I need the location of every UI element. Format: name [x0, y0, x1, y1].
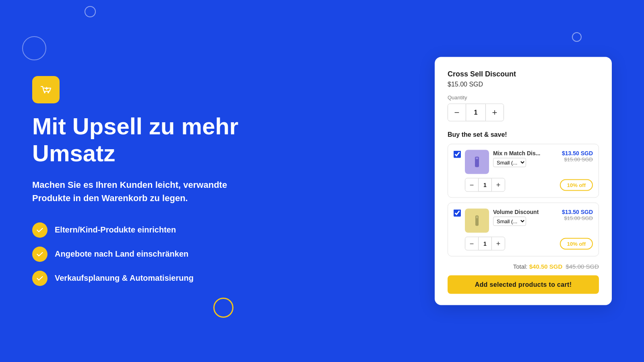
- item-2-discount-badge: 10% off: [560, 238, 593, 249]
- feature-text-2: Angebote nach Land einschränken: [55, 249, 188, 259]
- bundle-item-2: Volume Discount Small (... $13.50 SGD $1…: [448, 203, 599, 257]
- left-panel: Mit Upsell zu mehr Umsatz Machen Sie es …: [0, 0, 330, 362]
- item-2-qty-increase[interactable]: +: [492, 237, 505, 250]
- feature-item-3: Verkaufsplanung & Automatisierung: [32, 271, 298, 286]
- item-1-row2: − 1 + 10% off: [454, 178, 593, 192]
- item-1-price-old: $15.00 SGD: [564, 156, 593, 162]
- svg-rect-6: [476, 158, 478, 159]
- item-1-name: Mix n Match Dis...: [493, 150, 558, 156]
- item-1-qty-value: 1: [478, 179, 492, 191]
- sub-heading: Machen Sie es Ihren Kunden leicht, verwa…: [32, 178, 258, 205]
- item-1-qty-decrease[interactable]: −: [465, 179, 478, 191]
- item-1-product-icon: [471, 156, 483, 168]
- quantity-label: Quantity: [448, 95, 599, 101]
- deco-circle-top-right: [572, 32, 582, 42]
- item-1-info: Mix n Match Dis... Small (...: [493, 150, 558, 167]
- total-row: Total: $40.50 SGD $45.00 SGD: [448, 263, 599, 270]
- item-1-qty-increase[interactable]: +: [492, 179, 505, 191]
- deco-line-top-right: [575, 36, 592, 53]
- item-2-price-old: $15.00 SGD: [564, 215, 593, 221]
- item-2-info: Volume Discount Small (...: [493, 209, 558, 226]
- feature-item-2: Angebote nach Land einschränken: [32, 247, 298, 262]
- item-2-price-new: $13.50 SGD: [562, 209, 593, 215]
- app-icon: [32, 76, 60, 103]
- main-qty-increase[interactable]: +: [486, 104, 504, 121]
- product-price: $15.00 SGD: [448, 81, 599, 88]
- item-2-variant-select[interactable]: Small (...: [493, 217, 526, 226]
- main-qty-decrease[interactable]: −: [448, 104, 466, 121]
- item-2-qty-value: 1: [478, 237, 492, 250]
- svg-rect-8: [476, 216, 478, 218]
- feature-text-3: Verkaufsplanung & Automatisierung: [55, 274, 194, 283]
- feature-item-1: Eltern/Kind-Produkte einrichten: [32, 222, 298, 238]
- check-icon-1: [32, 222, 47, 238]
- item-1-discount-badge: 10% off: [560, 179, 593, 191]
- feature-text-1: Eltern/Kind-Produkte einrichten: [55, 225, 176, 234]
- bundle-item-1: Mix n Match Dis... Small (... $13.50 SGD…: [448, 144, 599, 198]
- total-new-price: $40.50 SGD: [529, 263, 563, 270]
- item-2-thumbnail: [465, 209, 489, 233]
- svg-point-2: [47, 92, 49, 93]
- item-2-product-icon: [471, 215, 483, 227]
- total-old-price: $45.00 SGD: [566, 263, 599, 270]
- total-label: Total:: [513, 263, 528, 270]
- cart-icon: [38, 82, 54, 98]
- item-1-price-new: $13.50 SGD: [562, 150, 593, 156]
- product-title: Cross Sell Discount: [448, 70, 599, 78]
- item-2-qty-decrease[interactable]: −: [465, 237, 478, 250]
- svg-point-1: [44, 92, 45, 93]
- check-icon-2: [32, 247, 47, 262]
- bundle-label: Buy the set & save!: [448, 131, 599, 138]
- item-2-qty-control: − 1 +: [465, 237, 505, 251]
- item-1-qty-control: − 1 +: [465, 178, 505, 192]
- item-2-checkbox[interactable]: [454, 210, 461, 217]
- add-to-cart-button[interactable]: Add selected products to cart!: [448, 276, 599, 294]
- check-icon-3: [32, 271, 47, 286]
- right-panel: Cross Sell Discount $15.00 SGD Quantity …: [435, 57, 612, 305]
- item-1-checkbox[interactable]: [454, 151, 461, 158]
- item-1-variant-select[interactable]: Small (...: [493, 158, 526, 167]
- main-heading: Mit Upsell zu mehr Umsatz: [32, 113, 298, 167]
- main-qty-value: 1: [466, 104, 486, 121]
- feature-list: Eltern/Kind-Produkte einrichten Angebote…: [32, 222, 298, 286]
- item-2-prices: $13.50 SGD $15.00 SGD: [562, 209, 593, 221]
- main-quantity-control: − 1 +: [448, 104, 504, 121]
- item-2-row2: − 1 + 10% off: [454, 237, 593, 251]
- item-2-variant: Small (...: [493, 217, 558, 226]
- item-1-thumbnail: [465, 150, 489, 174]
- item-2-name: Volume Discount: [493, 209, 558, 215]
- item-1-prices: $13.50 SGD $15.00 SGD: [562, 150, 593, 162]
- item-1-variant: Small (...: [493, 158, 558, 167]
